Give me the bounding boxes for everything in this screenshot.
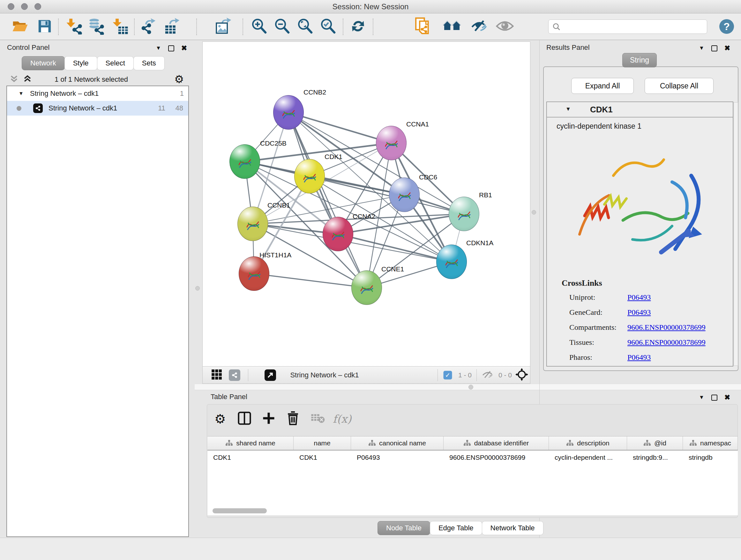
open-folder-icon[interactable] xyxy=(12,19,28,34)
crosslink-value-link[interactable]: P06493 xyxy=(627,308,651,317)
tab-node-table[interactable]: Node Table xyxy=(378,521,430,535)
column-header-canonical-name[interactable]: canonical name xyxy=(351,436,444,450)
table-cell[interactable]: stringdb:9... xyxy=(627,450,683,464)
selected-checkbox[interactable]: ✓ xyxy=(444,371,452,379)
help-icon[interactable]: ? xyxy=(719,19,734,34)
tab-network-table[interactable]: Network Table xyxy=(482,521,543,535)
crosslink-value-link[interactable]: 9606.ENSP00000378699 xyxy=(627,323,705,332)
panel-menu-icon[interactable]: ▼ xyxy=(156,45,161,51)
copy-network-icon[interactable] xyxy=(414,17,432,37)
main-toolbar: ? xyxy=(0,13,741,40)
export-table-icon[interactable] xyxy=(164,17,181,36)
export-network-icon[interactable] xyxy=(140,18,157,36)
network-collection-row[interactable]: ▼ String Network – cdk1 1 xyxy=(7,86,188,101)
export-image-icon[interactable] xyxy=(214,17,232,36)
delete-column-trash-icon[interactable] xyxy=(286,411,299,427)
table-horizontal-scrollbar[interactable] xyxy=(212,508,267,513)
node-label-hist1h1a: HIST1H1A xyxy=(259,251,291,259)
show-all-eye-icon[interactable] xyxy=(496,20,514,34)
table-settings-gear-icon[interactable]: ⚙ xyxy=(214,412,226,426)
control-panel: Control Panel ▼ ✖ NetworkStyleSelectSets… xyxy=(0,40,195,538)
column-header-shared-name[interactable]: shared name xyxy=(207,436,293,450)
network-canvas[interactable]: CCNB2CCNA1CDC25BCDK1CDC6RB1CCNB1CCNA2CDK… xyxy=(202,42,530,367)
import-network-icon[interactable] xyxy=(66,18,82,36)
column-header--id[interactable]: @id xyxy=(627,436,683,450)
network-node-cdc25b[interactable] xyxy=(229,144,260,179)
table-panel-title: Table Panel xyxy=(211,393,247,401)
network-node-cdk1[interactable] xyxy=(294,159,325,193)
expand-all-button[interactable]: Expand All xyxy=(571,78,634,94)
crosslink-value-link[interactable]: P06493 xyxy=(627,293,651,302)
network-node-ccne1[interactable] xyxy=(351,270,382,305)
zoom-out-icon[interactable] xyxy=(274,18,290,36)
zoom-selected-icon[interactable] xyxy=(320,18,336,36)
panel-close-icon[interactable]: ✖ xyxy=(724,44,730,52)
collection-expand-icon[interactable]: ▼ xyxy=(18,91,23,97)
table-cell[interactable]: CDK1 xyxy=(207,450,293,464)
column-header-description[interactable]: description xyxy=(549,436,627,450)
network-node-cdc6[interactable] xyxy=(389,178,420,212)
vertical-splitter-handle[interactable] xyxy=(532,210,536,214)
column-header-database-identifier[interactable]: database identifier xyxy=(444,436,549,450)
panel-close-icon[interactable]: ✖ xyxy=(181,44,187,52)
network-node-ccna1[interactable] xyxy=(376,126,407,160)
results-scrollbar[interactable] xyxy=(734,102,738,366)
search-input[interactable] xyxy=(548,19,707,34)
hidden-eye-icon[interactable] xyxy=(482,370,493,380)
tab-network[interactable]: Network xyxy=(22,56,65,70)
panel-menu-icon[interactable]: ▼ xyxy=(699,45,704,51)
panel-close-icon[interactable]: ✖ xyxy=(724,393,730,401)
birdseye-icon[interactable] xyxy=(265,369,276,381)
crosslink-row: Tissues:9606.ENSP00000378699 xyxy=(547,338,726,353)
zoom-in-icon[interactable] xyxy=(251,18,267,36)
tab-edge-table[interactable]: Edge Table xyxy=(430,521,482,535)
function-builder-icon[interactable]: f(x) xyxy=(333,413,351,425)
crosslink-value-link[interactable]: P06493 xyxy=(627,353,651,362)
gene-description: cyclin-dependent kinase 1 xyxy=(556,122,642,131)
split-column-icon[interactable] xyxy=(238,411,252,427)
network-node-hist1h1a[interactable] xyxy=(239,256,269,291)
results-tab-string[interactable]: String xyxy=(622,53,657,67)
network-row-selected[interactable]: String Network – cdk1 11 48 xyxy=(7,101,188,116)
protein-structure-image xyxy=(566,137,719,271)
panel-float-icon[interactable] xyxy=(168,45,174,51)
share-view-icon[interactable] xyxy=(229,369,240,381)
horizontal-splitter-handle[interactable] xyxy=(468,385,473,389)
add-column-icon[interactable] xyxy=(262,412,275,426)
network-node-ccnb1[interactable] xyxy=(238,206,268,241)
tab-style[interactable]: Style xyxy=(64,56,97,70)
table-cell[interactable]: cyclin-dependent ... xyxy=(549,450,627,464)
grid-view-icon[interactable] xyxy=(211,369,222,381)
zoom-fit-icon[interactable] xyxy=(297,18,313,36)
column-header-namespac[interactable]: namespac xyxy=(683,436,738,450)
import-table-icon[interactable] xyxy=(112,18,129,36)
import-database-icon[interactable] xyxy=(87,17,105,36)
panel-menu-icon[interactable]: ▼ xyxy=(699,394,704,401)
delete-table-icon[interactable] xyxy=(311,413,325,425)
hide-selected-eye-icon[interactable] xyxy=(470,18,488,35)
column-header-name[interactable]: name xyxy=(293,436,351,450)
network-node-cdkn1a[interactable] xyxy=(436,245,467,279)
table-cell[interactable]: stringdb xyxy=(683,450,738,464)
network-node-ccnb2[interactable] xyxy=(273,95,304,130)
network-node-ccna2[interactable] xyxy=(323,217,353,251)
crosslink-label: Pharos: xyxy=(569,353,592,362)
network-node-rb1[interactable] xyxy=(449,197,479,231)
collapse-all-button[interactable]: Collapse All xyxy=(645,78,714,94)
tab-sets[interactable]: Sets xyxy=(133,56,165,70)
vertical-splitter-handle[interactable] xyxy=(195,286,200,291)
panel-float-icon[interactable] xyxy=(711,45,718,51)
gene-collapse-icon[interactable]: ▼ xyxy=(565,106,571,112)
fit-crosshair-icon[interactable] xyxy=(515,368,528,382)
tab-select[interactable]: Select xyxy=(97,56,134,70)
crosslink-value-link[interactable]: 9606.ENSP00000378699 xyxy=(627,338,705,347)
panel-float-icon[interactable] xyxy=(711,395,718,401)
refresh-icon[interactable] xyxy=(350,18,366,36)
table-cell[interactable]: P06493 xyxy=(351,450,444,464)
network-options-gear-icon[interactable]: ⚙ xyxy=(174,73,184,85)
table-row[interactable]: CDK1CDK1P064939606.ENSP00000378699cyclin… xyxy=(207,450,738,464)
save-icon[interactable] xyxy=(37,19,52,35)
string-home-icon[interactable] xyxy=(442,18,461,35)
table-cell[interactable]: CDK1 xyxy=(293,450,351,464)
table-cell[interactable]: 9606.ENSP00000378699 xyxy=(444,450,549,464)
